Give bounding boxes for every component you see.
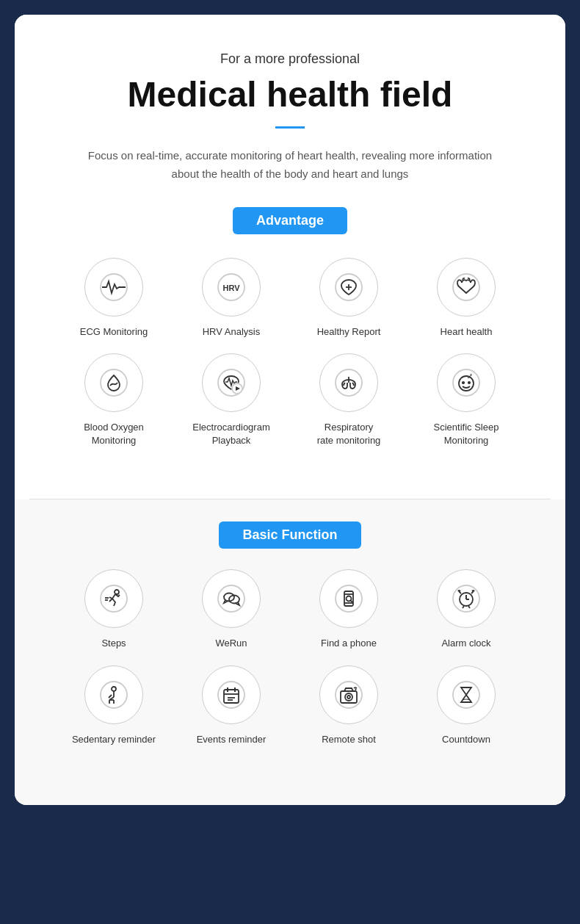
icon-heart-health: Heart health — [411, 258, 521, 339]
icon-ecg-label: ECG Monitoring — [80, 325, 148, 339]
icon-respiratory-label: Respiratoryrate monitoring — [317, 421, 381, 447]
icon-events-label: Events reminder — [197, 733, 267, 746]
icon-countdown: Countdown — [411, 665, 521, 746]
icon-blood-oxygen-label: Blood OxygenMonitoring — [84, 421, 144, 447]
main-card: For a more professional Medical health f… — [15, 15, 565, 805]
svg-line-37 — [463, 606, 464, 608]
icon-alarm-clock-circle — [437, 569, 496, 628]
description: Focus on real-time, accurate monitoring … — [77, 146, 503, 184]
svg-point-13 — [459, 376, 474, 391]
icon-find-phone: Find a phone — [294, 569, 404, 650]
svg-line-30 — [351, 601, 353, 603]
icon-blood-oxygen-circle — [84, 353, 143, 412]
icon-blood-oxygen: Blood OxygenMonitoring — [59, 353, 169, 447]
icon-ecg: ECG Monitoring — [59, 258, 169, 339]
svg-point-54 — [355, 689, 357, 690]
icon-remote-shot-circle — [319, 665, 378, 724]
icon-sleep: z z Scientific SleepMonitoring — [411, 353, 521, 447]
icon-remote-shot-label: Remote shot — [322, 733, 376, 746]
svg-rect-44 — [224, 690, 239, 703]
svg-point-6 — [453, 274, 479, 300]
svg-text:HRV: HRV — [222, 284, 240, 292]
svg-point-53 — [347, 696, 350, 699]
svg-point-25 — [336, 585, 362, 612]
icon-heart-health-circle — [437, 258, 496, 317]
svg-point-50 — [336, 682, 362, 708]
icon-hrv-circle: HRV — [202, 258, 261, 317]
basic-function-badge: Basic Function — [219, 521, 360, 549]
icon-heart-health-label: Heart health — [441, 325, 493, 339]
icon-sedentary: Sedentary reminder — [59, 665, 169, 746]
icon-werun: WeRun — [176, 569, 286, 650]
svg-point-7 — [101, 369, 127, 396]
basic-function-grid: Steps WeRun — [44, 569, 536, 768]
advantage-badge: Advantage — [233, 207, 347, 234]
icon-steps-label: Steps — [101, 637, 126, 650]
icon-countdown-label: Countdown — [442, 733, 490, 746]
icon-alarm-clock: Alarm clock — [411, 569, 521, 650]
icon-respiratory-circle — [319, 353, 378, 412]
icon-werun-label: WeRun — [215, 637, 247, 650]
icon-healthy-report: Healthy Report — [294, 258, 404, 339]
icon-sedentary-label: Sedentary reminder — [72, 733, 156, 746]
icon-steps: Steps — [59, 569, 169, 650]
main-title: Medical health field — [44, 76, 536, 115]
icon-alarm-clock-label: Alarm clock — [441, 637, 490, 650]
icon-werun-circle — [202, 569, 261, 628]
icon-ecg-circle — [84, 258, 143, 317]
blue-divider — [275, 126, 305, 129]
svg-point-29 — [347, 596, 352, 602]
bottom-section: Basic Function — [15, 499, 565, 804]
icon-find-phone-label: Find a phone — [321, 637, 377, 650]
svg-point-14 — [463, 382, 464, 383]
svg-point-43 — [218, 682, 244, 708]
icon-ecg-playback-circle — [202, 353, 261, 412]
svg-point-18 — [101, 585, 127, 612]
svg-point-19 — [115, 590, 119, 594]
svg-point-12 — [453, 369, 479, 396]
svg-point-52 — [345, 693, 352, 701]
svg-point-15 — [468, 382, 470, 383]
icon-healthy-report-circle — [319, 258, 378, 317]
icon-hrv: HRV HRV Analysis — [176, 258, 286, 339]
svg-text:z: z — [470, 372, 472, 377]
icon-sleep-circle: z z — [437, 353, 496, 412]
svg-point-22 — [218, 585, 244, 612]
icon-remote-shot: Remote shot — [294, 665, 404, 746]
icon-ecg-playback-label: ElectrocardiogramPlayback — [192, 421, 270, 447]
svg-line-38 — [468, 606, 470, 608]
advantage-grid: ECG Monitoring HRV HRV Analysis — [44, 258, 536, 470]
icon-ecg-playback: ElectrocardiogramPlayback — [176, 353, 286, 447]
icon-events: Events reminder — [176, 665, 286, 746]
subtitle: For a more professional — [44, 51, 536, 67]
icon-respiratory: Respiratoryrate monitoring — [294, 353, 404, 447]
icon-healthy-report-label: Healthy Report — [317, 325, 381, 339]
icon-countdown-circle — [437, 665, 496, 724]
svg-point-40 — [112, 687, 116, 691]
top-section: For a more professional Medical health f… — [15, 15, 565, 499]
icon-sedentary-circle — [84, 665, 143, 724]
svg-line-42 — [109, 695, 112, 698]
icon-hrv-label: HRV Analysis — [203, 325, 261, 339]
icon-sleep-label: Scientific SleepMonitoring — [434, 421, 499, 447]
icon-find-phone-circle — [319, 569, 378, 628]
icon-steps-circle — [84, 569, 143, 628]
icon-events-circle — [202, 665, 261, 724]
